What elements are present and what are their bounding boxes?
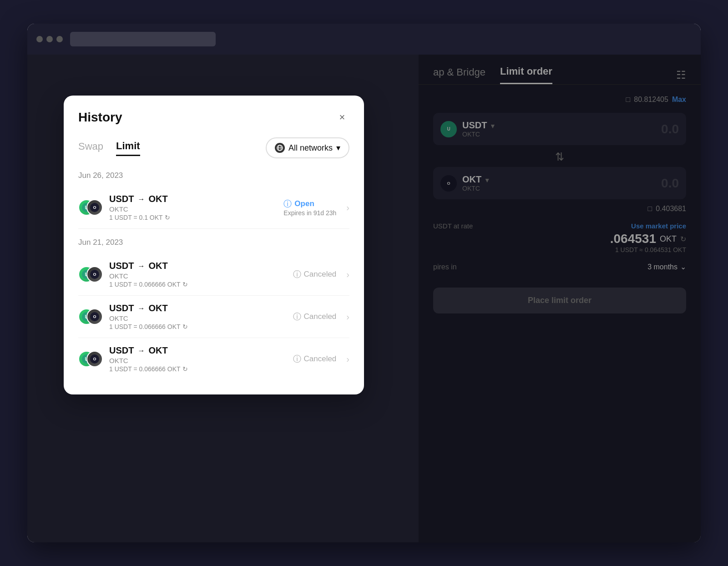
table-row[interactable]: U O USDT → OKT OKTC 1 USDT = 0.066666 OK… — [78, 253, 349, 296]
tx-arrow-icon: → — [137, 347, 145, 355]
tx-chevron-icon: › — [346, 354, 349, 364]
tx-status: ⓘ Canceled — [293, 354, 337, 364]
tx-expires: Expires in 91d 23h — [283, 209, 336, 217]
tab-group: Swap Limit — [78, 140, 140, 156]
modal-tabs-row: Swap Limit All networks ▾ — [78, 137, 349, 158]
browser-window: ap & Bridge Limit order ☷ □ 80.812405 Ma… — [27, 24, 701, 542]
tx-pair: USDT → OKT — [109, 303, 287, 313]
to-token-icon: O — [86, 199, 103, 216]
main-content: ap & Bridge Limit order ☷ □ 80.812405 Ma… — [27, 55, 701, 542]
status-label: Canceled — [304, 270, 337, 279]
tx-token-icons: U O — [78, 350, 103, 368]
date-separator-1: Jun 26, 2023 — [78, 171, 349, 180]
tab-limit[interactable]: Limit — [116, 140, 140, 156]
status-canceled-icon: ⓘ — [293, 354, 301, 364]
browser-dot-green — [56, 36, 63, 42]
status-open-icon: ⓘ — [283, 198, 292, 209]
tx-from-token: USDT — [109, 303, 134, 313]
networks-label: All networks — [288, 143, 333, 153]
okt-token-icon-inner: O — [90, 270, 99, 279]
tx-network: OKTC — [109, 357, 287, 364]
tx-rate-refresh-icon: ↻ — [182, 365, 188, 373]
status-label: Canceled — [304, 354, 337, 364]
tx-network: OKTC — [109, 314, 287, 322]
networks-filter-button[interactable]: All networks ▾ — [266, 137, 349, 158]
tx-arrow-icon: → — [137, 304, 145, 313]
status-label: Open — [294, 199, 314, 208]
tx-network: OKTC — [109, 205, 277, 213]
tx-info: USDT → OKT OKTC 1 USDT = 0.066666 OKT ↻ — [109, 345, 287, 373]
status-canceled-icon: ⓘ — [293, 269, 301, 280]
tx-to-token: OKT — [148, 194, 167, 204]
tx-arrow-icon: → — [137, 195, 145, 203]
tx-rate-refresh-icon: ↻ — [182, 323, 188, 330]
history-modal: History × Swap Limit — [64, 96, 364, 394]
to-token-icon: O — [86, 351, 103, 367]
tx-info: USDT → OKT OKTC 1 USDT = 0.1 OKT ↻ — [109, 194, 277, 221]
to-token-icon: O — [86, 266, 103, 283]
tx-rate-refresh-icon: ↻ — [165, 214, 170, 221]
table-row[interactable]: U O USDT → OKT OKTC 1 USDT = 0.066666 OK… — [78, 296, 349, 338]
browser-dots — [36, 36, 63, 42]
tx-info: USDT → OKT OKTC 1 USDT = 0.066666 OKT ↻ — [109, 261, 287, 288]
tx-token-icons: U O — [78, 198, 103, 217]
tx-status-block: ⓘ Open Expires in 91d 23h — [283, 198, 336, 217]
modal-header: History × — [78, 110, 349, 125]
tx-network: OKTC — [109, 272, 287, 280]
tx-token-icons: U O — [78, 265, 103, 283]
modal-close-button[interactable]: × — [335, 110, 349, 125]
modal-title: History — [78, 110, 122, 125]
tx-arrow-icon: → — [137, 262, 145, 270]
tx-pair: USDT → OKT — [109, 345, 287, 356]
to-token-icon: O — [86, 308, 103, 325]
okt-token-icon-inner: O — [90, 354, 99, 364]
browser-dot-yellow — [46, 36, 53, 42]
tx-from-token: USDT — [109, 261, 134, 271]
tx-status-block: ⓘ Canceled — [293, 311, 337, 322]
tx-rate: 1 USDT = 0.1 OKT ↻ — [109, 214, 277, 221]
tx-from-token: USDT — [109, 194, 134, 204]
tx-to-token: OKT — [148, 345, 167, 356]
tx-status: ⓘ Open — [283, 198, 336, 209]
browser-dot-red — [36, 36, 43, 42]
tx-status-block: ⓘ Canceled — [293, 354, 337, 364]
okt-token-icon-inner: O — [90, 312, 99, 321]
tx-to-token: OKT — [148, 303, 167, 313]
tab-swap[interactable]: Swap — [78, 141, 103, 155]
tx-rate: 1 USDT = 0.066666 OKT ↻ — [109, 323, 287, 330]
tx-to-token: OKT — [148, 261, 167, 271]
status-canceled-icon: ⓘ — [293, 311, 301, 322]
tx-status: ⓘ Canceled — [293, 311, 337, 322]
table-row[interactable]: U O USDT → OKT OKTC 1 USDT = 0.1 OKT — [78, 187, 349, 229]
status-label: Canceled — [304, 312, 337, 321]
tx-info: USDT → OKT OKTC 1 USDT = 0.066666 OKT ↻ — [109, 303, 287, 330]
tx-rate: 1 USDT = 0.066666 OKT ↻ — [109, 281, 287, 288]
tx-token-icons: U O — [78, 308, 103, 326]
networks-icon — [275, 143, 285, 153]
networks-chevron-icon: ▾ — [336, 143, 340, 153]
okt-token-icon-inner: O — [90, 203, 99, 212]
table-row[interactable]: U O USDT → OKT OKTC 1 USDT = 0.066666 OK… — [78, 338, 349, 380]
tx-from-token: USDT — [109, 345, 134, 356]
tx-pair: USDT → OKT — [109, 194, 277, 204]
tx-rate-refresh-icon: ↻ — [182, 281, 188, 288]
tx-status-block: ⓘ Canceled — [293, 269, 337, 280]
tx-rate: 1 USDT = 0.066666 OKT ↻ — [109, 365, 287, 373]
tx-chevron-icon: › — [346, 202, 349, 213]
tx-chevron-icon: › — [346, 312, 349, 322]
date-separator-2: Jun 21, 2023 — [78, 238, 349, 247]
tx-pair: USDT → OKT — [109, 261, 287, 271]
browser-chrome — [27, 24, 701, 55]
address-bar[interactable] — [70, 32, 216, 46]
tx-status: ⓘ Canceled — [293, 269, 337, 280]
tx-chevron-icon: › — [346, 269, 349, 280]
